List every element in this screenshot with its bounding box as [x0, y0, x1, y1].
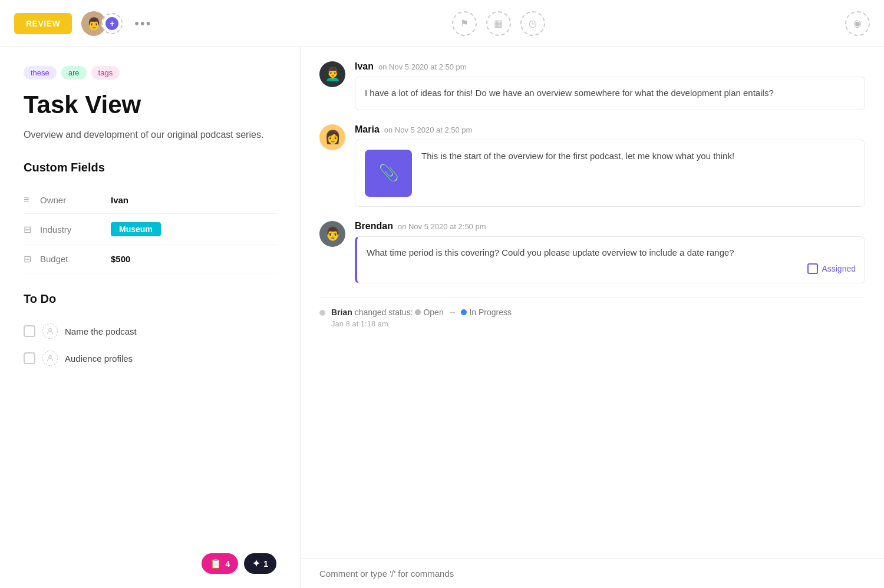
maria-comment-text: This is the start of the overview for th… [421, 150, 734, 163]
maria-comment-header: Maria on Nov 5 2020 at 2:50 pm [355, 124, 865, 135]
brendan-author: Brendan [355, 221, 393, 232]
status-indicator-dot [319, 310, 325, 316]
task-title: Task View [24, 91, 276, 118]
ivan-comment-header: Ivan on Nov 5 2020 at 2:50 pm [355, 61, 865, 72]
ivan-comment-card: I have a lot of ideas for this! Do we ha… [355, 77, 865, 110]
industry-label: Industry [40, 224, 111, 234]
tags-row: these are tags [24, 66, 276, 80]
eye-button[interactable]: ◉ [845, 11, 870, 36]
assigned-label: Assigned [822, 264, 856, 273]
brendan-comment-text: What time period is this covering? Could… [367, 246, 855, 260]
clock-button[interactable]: ◷ [520, 11, 545, 36]
comment-input-area [301, 559, 884, 588]
todo-avatar-2 [42, 351, 58, 366]
tag-these[interactable]: these [24, 66, 57, 80]
progress-dot [461, 309, 467, 315]
todo-text-1: Name the podcast [65, 326, 137, 336]
badge-count-1: 4 [225, 559, 230, 569]
budget-value: $500 [111, 254, 130, 264]
svg-point-1 [49, 356, 52, 359]
arrow-icon: → [448, 308, 457, 317]
header-middle: ⚑ ▦ ◷ [151, 11, 845, 36]
badge-icon-2: ✦ [252, 558, 260, 569]
maria-comment-card: 📎 This is the start of the overview for … [355, 140, 865, 207]
flag-icon: ⚑ [460, 18, 469, 29]
brendan-comment-header: Brendan on Nov 5 2020 at 2:50 pm [355, 221, 865, 232]
add-icon: + [105, 17, 118, 30]
todo-checkbox-1[interactable] [24, 325, 35, 337]
status-action: changed status: [355, 308, 415, 317]
brendan-comment-body: Brendan on Nov 5 2020 at 2:50 pm What ti… [355, 221, 865, 284]
maria-comment-body: Maria on Nov 5 2020 at 2:50 pm 📎 This is… [355, 124, 865, 207]
comment-ivan: 👨‍🦱 Ivan on Nov 5 2020 at 2:50 pm I have… [319, 61, 865, 110]
budget-icon: ⊟ [24, 253, 40, 265]
svg-point-0 [49, 329, 52, 332]
calendar-icon: ▦ [494, 18, 503, 29]
todo-text-2: Audience profiles [65, 354, 133, 364]
flag-button[interactable]: ⚑ [452, 11, 477, 36]
brendan-time: on Nov 5 2020 at 2:50 pm [398, 222, 486, 231]
status-to-label: In Progress [469, 308, 512, 317]
attachment-thumbnail[interactable]: 📎 [365, 150, 412, 197]
comment-maria: 👩 Maria on Nov 5 2020 at 2:50 pm 📎 This … [319, 124, 865, 207]
main-content: these are tags Task View Overview and de… [0, 47, 884, 588]
maria-author: Maria [355, 124, 380, 135]
status-actor: Brian [331, 308, 352, 317]
review-button[interactable]: REVIEW [14, 13, 72, 34]
status-from-label: Open [423, 308, 443, 317]
more-options-button[interactable]: ••• [134, 16, 151, 31]
status-from: Open [415, 308, 443, 317]
clock-icon: ◷ [529, 18, 537, 29]
industry-icon: ⊟ [24, 224, 40, 235]
header: REVIEW 👨 + ••• ⚑ ▦ ◷ ◉ [0, 0, 884, 47]
left-panel: these are tags Task View Overview and de… [0, 47, 301, 588]
todo-section: To Do Name the podcast Audience profiles [24, 292, 276, 372]
status-to: In Progress [461, 308, 512, 317]
task-description: Overview and development of our original… [24, 128, 276, 142]
owner-label: Owner [40, 195, 111, 205]
todo-item-2: Audience profiles [24, 345, 276, 372]
field-budget: ⊟ Budget $500 [24, 245, 276, 273]
comment-brendan: 👨 Brendan on Nov 5 2020 at 2:50 pm What … [319, 221, 865, 284]
todo-item-1: Name the podcast [24, 318, 276, 345]
calendar-button[interactable]: ▦ [486, 11, 511, 36]
status-change-body: Brian changed status: Open → In Progress… [331, 308, 512, 328]
tag-tags[interactable]: tags [91, 66, 120, 80]
paperclip-icon: 📎 [378, 163, 399, 183]
todo-title: To Do [24, 292, 276, 306]
todo-avatar-1 [42, 323, 58, 339]
ivan-avatar: 👨‍🦱 [319, 61, 345, 87]
tag-are[interactable]: are [61, 66, 87, 80]
status-change: Brian changed status: Open → In Progress… [319, 298, 865, 338]
attachment-comment: 📎 This is the start of the overview for … [365, 150, 855, 197]
comment-input[interactable] [319, 569, 865, 579]
status-change-text: Brian changed status: Open → In Progress [331, 308, 512, 317]
custom-fields-section: Custom Fields ≡ Owner Ivan ⊟ Industry Mu… [24, 161, 276, 273]
maria-avatar: 👩 [319, 124, 345, 150]
header-right: ◉ [845, 11, 870, 36]
badge-count-2: 1 [263, 559, 268, 569]
owner-icon: ≡ [24, 194, 40, 205]
ivan-time: on Nov 5 2020 at 2:50 pm [378, 62, 467, 71]
custom-fields-title: Custom Fields [24, 161, 276, 174]
ivan-comment-text: I have a lot of ideas for this! Do we ha… [365, 87, 855, 100]
badge-button-2[interactable]: ✦ 1 [244, 553, 276, 574]
comments-area: 👨‍🦱 Ivan on Nov 5 2020 at 2:50 pm I have… [301, 47, 884, 559]
field-owner: ≡ Owner Ivan [24, 186, 276, 214]
ivan-author: Ivan [355, 61, 374, 72]
badge-icon-1: 📋 [210, 558, 222, 569]
assigned-badge: Assigned [807, 263, 856, 274]
owner-value: Ivan [111, 195, 128, 205]
field-industry: ⊟ Industry Museum [24, 214, 276, 245]
todo-checkbox-2[interactable] [24, 352, 35, 364]
right-panel: 👨‍🦱 Ivan on Nov 5 2020 at 2:50 pm I have… [301, 47, 884, 588]
brendan-avatar: 👨 [319, 221, 345, 247]
add-user-button[interactable]: + [101, 13, 123, 34]
bottom-badges: 📋 4 ✦ 1 [202, 553, 276, 574]
assigned-checkbox[interactable] [807, 263, 818, 274]
ivan-comment-body: Ivan on Nov 5 2020 at 2:50 pm I have a l… [355, 61, 865, 110]
industry-value[interactable]: Museum [111, 222, 161, 236]
brendan-comment-card: What time period is this covering? Could… [355, 236, 865, 284]
badge-button-1[interactable]: 📋 4 [202, 553, 238, 574]
header-avatars: 👨 + [81, 11, 123, 36]
